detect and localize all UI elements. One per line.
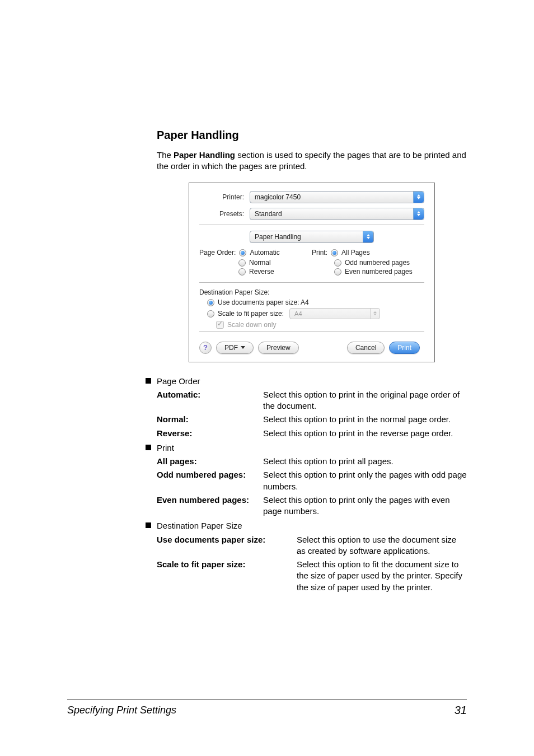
checkbox-scale-down-only — [216, 321, 224, 329]
term-automatic: Automatic — [157, 390, 198, 399]
colon: : — [243, 470, 246, 479]
pdf-button[interactable]: PDF — [216, 342, 254, 354]
scale-fit-select: A4 — [289, 308, 380, 319]
radio-odd-pages[interactable] — [334, 259, 341, 267]
radio-reverse-label: Reverse — [249, 268, 274, 276]
desc-all-pages: Select this option to print all pages. — [263, 456, 467, 467]
chevron-updown-icon — [363, 231, 373, 242]
intro-bold: Paper Handling — [174, 150, 235, 160]
term-scale-fit: Scale to fit paper size — [157, 559, 242, 569]
footer-title: Specifying Print Settings — [67, 704, 455, 716]
scale-fit-select-value: A4 — [290, 310, 370, 317]
bullet-icon — [146, 522, 151, 528]
print-label: Print: — [312, 249, 327, 256]
printer-select-value: magicolor 7450 — [250, 193, 413, 201]
intro-paragraph: The Paper Handling section is used to sp… — [157, 150, 467, 172]
print-bullet: Print — [157, 442, 174, 454]
desc-normal: Select this option to print in the norma… — [263, 414, 467, 425]
panel-select[interactable]: Paper Handling — [250, 231, 374, 243]
radio-use-doc-size[interactable] — [207, 299, 214, 306]
chevron-updown-icon — [370, 309, 380, 319]
page-order-bullet: Page Order — [157, 376, 200, 387]
radio-all-pages[interactable] — [331, 249, 338, 256]
desc-scale-fit: Select this option to fit the document s… — [297, 559, 467, 593]
radio-odd-pages-label: Odd numbered pages — [345, 259, 410, 267]
radio-scale-fit[interactable] — [207, 310, 214, 318]
checkbox-scale-down-only-label: Scale down only — [227, 321, 276, 329]
section-heading: Paper Handling — [157, 129, 467, 142]
term-all-pages: All pages — [157, 456, 194, 466]
term-reverse: Reverse — [157, 428, 189, 438]
radio-even-pages-label: Even numbered pages — [345, 268, 413, 276]
radio-even-pages[interactable] — [334, 268, 341, 276]
panel-select-value: Paper Handling — [250, 233, 363, 241]
print-button[interactable]: Print — [389, 342, 420, 354]
chevron-updown-icon — [413, 208, 424, 220]
desc-automatic: Select this option to print in the origi… — [263, 389, 467, 412]
presets-select[interactable]: Standard — [250, 208, 424, 220]
term-normal: Normal — [157, 414, 186, 424]
radio-normal[interactable] — [238, 259, 246, 267]
colon: : — [198, 390, 200, 399]
cancel-button[interactable]: Cancel — [347, 342, 385, 354]
bullet-icon — [146, 378, 151, 384]
page-order-label: Page Order: — [199, 249, 236, 256]
desc-even-pages: Select this option to print only the pag… — [263, 494, 467, 517]
destination-paper-size-title: Destination Paper Size: — [199, 288, 424, 296]
footer-page-number: 31 — [455, 704, 467, 717]
pdf-button-label: PDF — [224, 344, 238, 352]
term-use-doc-size: Use documents paper size — [157, 535, 263, 544]
colon: : — [194, 456, 197, 466]
presets-select-value: Standard — [250, 210, 413, 218]
colon: : — [189, 428, 192, 438]
colon: : — [186, 414, 189, 424]
bullet-icon — [146, 445, 151, 450]
colon: : — [246, 495, 249, 505]
page-footer: Specifying Print Settings 31 — [67, 699, 467, 717]
printer-select[interactable]: magicolor 7450 — [250, 191, 424, 203]
presets-label: Presets: — [199, 210, 244, 218]
colon: : — [263, 535, 265, 544]
preview-button[interactable]: Preview — [258, 342, 299, 354]
radio-scale-fit-label: Scale to fit paper size: — [218, 310, 284, 318]
term-odd-pages: Odd numbered pages — [157, 470, 243, 479]
term-even-pages: Even numbered pages — [157, 495, 246, 505]
colon: : — [242, 559, 245, 569]
desc-odd-pages: Select this option to print only the pag… — [263, 469, 467, 492]
intro-prefix: The — [157, 150, 174, 160]
radio-automatic[interactable] — [239, 249, 246, 256]
radio-reverse[interactable] — [238, 268, 246, 276]
help-button[interactable]: ? — [199, 342, 212, 354]
radio-automatic-label: Automatic — [250, 249, 279, 256]
radio-use-doc-size-label: Use documents paper size: A4 — [218, 298, 309, 306]
desc-use-doc-size: Select this option to use the document s… — [297, 534, 467, 557]
chevron-updown-icon — [413, 192, 424, 203]
desc-reverse: Select this option to print in the rever… — [263, 428, 467, 439]
printer-label: Printer: — [199, 193, 244, 201]
radio-normal-label: Normal — [249, 259, 271, 267]
radio-all-pages-label: All Pages — [341, 249, 370, 256]
destination-bullet: Destination Paper Size — [157, 520, 242, 531]
print-dialog: Printer: magicolor 7450 Presets: Standar… — [189, 183, 435, 362]
chevron-down-icon — [241, 346, 245, 349]
